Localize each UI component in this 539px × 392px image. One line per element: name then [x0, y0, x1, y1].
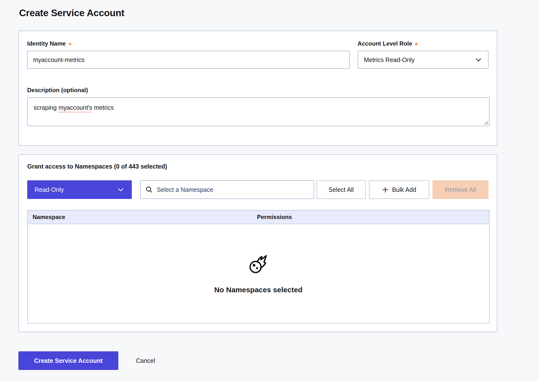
bottom-strip	[0, 381, 539, 392]
identity-name-label: Identity Name	[27, 40, 66, 47]
cancel-button[interactable]: Cancel	[136, 357, 155, 364]
description-field: Description (optional) scraping myaccoun…	[27, 86, 489, 126]
comet-icon	[247, 253, 270, 275]
namespaces-heading: Grant access to Namespaces (0 of 443 sel…	[27, 163, 489, 170]
identity-name-field: Identity Name	[27, 40, 350, 69]
namespaces-card: Grant access to Namespaces (0 of 443 sel…	[18, 154, 497, 332]
column-header-permissions: Permissions	[257, 214, 489, 220]
required-indicator	[69, 43, 71, 45]
required-indicator	[415, 43, 418, 45]
account-level-role-value: Metrics Read-Only	[364, 56, 415, 63]
identity-row: Identity Name Account Level Role Metrics…	[27, 40, 489, 69]
bulk-add-button[interactable]: Bulk Add	[369, 180, 429, 199]
account-level-role-field: Account Level Role Metrics Read-Only	[358, 40, 489, 69]
page-title: Create Service Account	[19, 7, 539, 19]
search-icon	[146, 186, 153, 193]
create-service-account-button[interactable]: Create Service Account	[18, 351, 118, 370]
chevron-down-icon	[117, 186, 124, 193]
plus-icon	[382, 186, 389, 193]
description-misspelled-word: myaccount's	[58, 104, 92, 111]
identity-card: Identity Name Account Level Role Metrics…	[18, 31, 497, 146]
select-all-button[interactable]: Select All	[317, 180, 366, 199]
bulk-add-label: Bulk Add	[392, 186, 416, 193]
identity-name-input[interactable]	[27, 51, 350, 69]
account-level-role-label: Account Level Role	[358, 40, 412, 47]
permission-role-value: Read-Only	[35, 186, 64, 193]
namespaces-toolbar: Read-Only Select All Bulk Add Remove All	[27, 180, 489, 199]
resize-handle-icon[interactable]	[484, 121, 488, 125]
namespaces-table: Namespace Permissions No Namespaces sele…	[27, 210, 490, 324]
description-textarea[interactable]: scraping myaccount's metrics	[27, 97, 490, 126]
namespace-search[interactable]	[140, 180, 314, 199]
permission-role-dropdown[interactable]: Read-Only	[27, 180, 132, 199]
footer-actions: Create Service Account Cancel	[18, 351, 539, 370]
table-header: Namespace Permissions	[28, 210, 489, 224]
account-level-role-select[interactable]: Metrics Read-Only	[358, 51, 489, 69]
namespace-search-input[interactable]	[157, 186, 309, 193]
description-text-after: metrics	[92, 104, 114, 111]
remove-all-button[interactable]: Remove All	[432, 180, 489, 199]
empty-state: No Namespaces selected	[28, 224, 489, 323]
description-label: Description (optional)	[27, 87, 88, 94]
empty-state-message: No Namespaces selected	[214, 286, 302, 294]
column-header-namespace: Namespace	[28, 214, 257, 220]
chevron-down-icon	[475, 56, 482, 63]
create-service-account-page: Create Service Account Identity Name Acc…	[0, 0, 539, 370]
description-text-before: scraping	[34, 104, 58, 111]
